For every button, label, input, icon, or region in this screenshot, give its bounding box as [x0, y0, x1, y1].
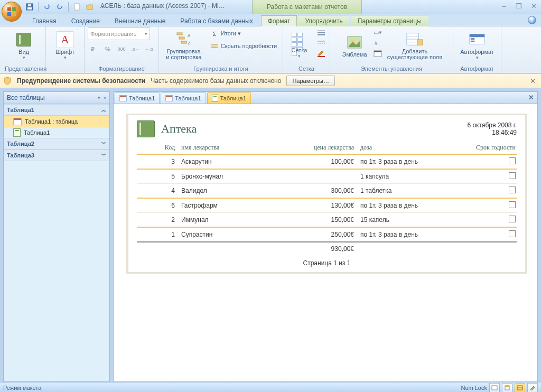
svg-rect-38	[505, 386, 509, 387]
nav-group-header[interactable]: Таблица2 ︾	[4, 138, 109, 150]
table-row[interactable]: 5 Бронхо-мунал 1 капсула	[137, 169, 517, 184]
cell-name: Валидол	[176, 184, 284, 199]
nav-item-label: Таблица1	[24, 129, 50, 136]
report-pager[interactable]: Страница 1 из 1	[137, 259, 517, 267]
separator	[38, 2, 39, 12]
layout-view-icon[interactable]	[515, 383, 525, 392]
svg-rect-9	[177, 33, 182, 35]
report-view-icon[interactable]	[489, 383, 500, 392]
collapse-group-icon[interactable]: ︽	[101, 107, 106, 114]
col-dose[interactable]: доза	[355, 142, 456, 154]
currency-icon[interactable]: ₽	[88, 43, 100, 55]
help-icon[interactable]: ?	[528, 16, 536, 24]
line-style-icon[interactable]	[316, 38, 327, 48]
hide-details-button[interactable]: Скрыть подробности	[208, 40, 279, 52]
table-row[interactable]: 4 Валидол 300,00€ 1 таблетка	[137, 184, 517, 199]
checkbox-icon[interactable]	[509, 186, 516, 193]
checkbox-icon[interactable]	[509, 216, 516, 222]
date-time-icon[interactable]	[372, 49, 383, 58]
chevron-down-icon[interactable]: ▾	[98, 95, 100, 100]
title-control-icon[interactable]: ▭▾	[372, 27, 383, 37]
percent-icon[interactable]: %	[101, 43, 114, 55]
thousands-icon[interactable]: 000	[115, 43, 128, 55]
increase-decimal-icon[interactable]: ,0→	[129, 43, 142, 55]
col-price[interactable]: цена лекарства	[284, 142, 355, 154]
svg-rect-11	[181, 41, 186, 43]
col-name[interactable]: имя лекарства	[176, 142, 284, 154]
autoformat-button[interactable]: Автоформат ▾	[458, 27, 497, 63]
nav-header[interactable]: Все таблицы ▾ «	[4, 92, 109, 104]
new-doc-icon[interactable]	[72, 2, 82, 12]
security-options-button[interactable]: Параметры…	[286, 76, 335, 86]
save-icon[interactable]	[24, 2, 35, 12]
tab-home[interactable]: Главная	[25, 15, 63, 26]
nav-group-header[interactable]: Таблица1 ︽	[4, 104, 109, 116]
doc-tab-label: Таблица1	[129, 95, 155, 101]
report-datetime[interactable]: 6 октября 2008 г. 18:46:49	[467, 122, 517, 136]
checkbox-icon[interactable]	[509, 157, 516, 164]
doc-tab-active[interactable]: Таблица1	[207, 92, 251, 104]
table-row[interactable]: 1 Супрастин 250,00€ по 1т. 3 раза в день	[137, 227, 517, 242]
undo-icon[interactable]	[42, 2, 52, 12]
checkbox-icon[interactable]	[509, 230, 516, 237]
open-icon[interactable]	[85, 2, 95, 12]
grid-button[interactable]: Сетка ▾	[287, 27, 312, 63]
doc-tab[interactable]: Таблица1	[115, 92, 160, 104]
tab-page-setup[interactable]: Параметры страницы	[351, 15, 428, 26]
report-title[interactable]: Аптека	[161, 122, 197, 136]
view-button[interactable]: Вид ▾	[7, 27, 41, 63]
totals-button[interactable]: Σ Итоги ▾	[208, 27, 279, 40]
nav-group-header[interactable]: Таблица3 ︾	[4, 150, 109, 161]
nav-item-report[interactable]: Таблица1	[4, 127, 109, 138]
security-close-icon[interactable]: ✕	[530, 77, 536, 85]
nav-item-table[interactable]: Таблица1 : таблица	[4, 116, 109, 127]
tab-format[interactable]: Формат	[261, 15, 297, 26]
col-expiry[interactable]: Срок годности	[456, 142, 517, 154]
close-button[interactable]: ✕	[529, 2, 538, 10]
logo-button[interactable]: Эмблема	[339, 27, 370, 63]
table-row[interactable]: 2 Иммунал 150,00€ 15 капель	[137, 213, 517, 228]
total-value[interactable]: 930,00€	[284, 242, 355, 255]
print-preview-icon[interactable]	[502, 383, 512, 392]
cell-dose: 1 капсула	[355, 169, 456, 184]
tab-db-tools[interactable]: Работа с базами данных	[173, 15, 259, 26]
view-icon	[15, 31, 32, 48]
checkbox-icon[interactable]	[509, 201, 516, 208]
expand-group-icon[interactable]: ︾	[101, 152, 106, 159]
cell-price	[284, 169, 355, 184]
security-title: Предупреждение системы безопасности	[17, 77, 145, 85]
controls-group-label: Элементы управления	[333, 66, 450, 73]
table-row[interactable]: 6 Гастрофарм 130,00€ по 1т. 3 раза в ден…	[137, 198, 517, 213]
tab-arrange[interactable]: Упорядочить	[298, 15, 349, 26]
report-canvas[interactable]: Аптека 6 октября 2008 г. 18:46:49 Код им…	[114, 104, 537, 381]
svg-rect-26	[374, 51, 381, 52]
cell-dose: 15 капель	[355, 213, 456, 228]
redo-icon[interactable]	[54, 2, 65, 12]
restore-button[interactable]: ❐	[515, 2, 523, 10]
font-group-label	[49, 66, 81, 73]
pen-color-icon[interactable]	[316, 49, 327, 58]
formatting-combo[interactable]: Форматирование ▾	[88, 27, 150, 40]
doc-tab[interactable]: Таблица1	[161, 92, 206, 104]
font-button[interactable]: A Шрифт ▾	[51, 27, 79, 63]
chevron-down-icon: ▾	[64, 55, 67, 60]
collapse-pane-icon[interactable]: «	[104, 95, 106, 100]
svg-rect-36	[492, 386, 497, 390]
cell-price: 250,00€	[284, 227, 355, 242]
close-document-icon[interactable]: ✕	[528, 94, 534, 101]
decrease-decimal-icon[interactable]: ←,0	[143, 43, 155, 55]
grouping-sort-button[interactable]: AZ Группировка и сортировка	[162, 27, 206, 63]
page-number-icon[interactable]: #	[372, 38, 383, 48]
table-row[interactable]: 3 Аскарутин 100,00€ по 1т. 3 раза в день	[137, 154, 517, 169]
checkbox-icon[interactable]	[509, 172, 516, 179]
minimize-button[interactable]: –	[500, 2, 508, 10]
tab-create[interactable]: Создание	[64, 15, 107, 26]
tab-external-data[interactable]: Внешние данные	[108, 15, 173, 26]
design-view-icon[interactable]	[527, 383, 538, 392]
office-button[interactable]	[2, 2, 22, 22]
line-width-icon[interactable]	[316, 27, 327, 37]
add-fields-button[interactable]: Добавить существующие поля	[385, 27, 444, 63]
doc-tab-label: Таблица1	[175, 95, 201, 101]
col-code[interactable]: Код	[137, 142, 176, 154]
expand-group-icon[interactable]: ︾	[101, 141, 106, 147]
